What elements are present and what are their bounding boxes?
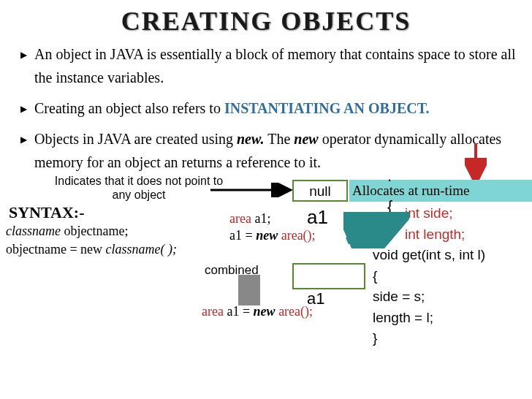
svg-line-3 xyxy=(347,218,402,241)
arrow-left-black-icon xyxy=(205,183,292,197)
syntax-objectname: objectname; xyxy=(61,224,128,238)
null-box: null xyxy=(292,180,348,202)
bullet-pre: Creating an object also refers to xyxy=(34,100,224,116)
bullet-list: ▶ An object in JAVA is essentially a blo… xyxy=(0,39,532,174)
arrow-down-red-icon xyxy=(465,143,487,180)
alloc-strip: Allocates at run-time xyxy=(349,180,532,202)
code-new: new xyxy=(254,304,279,319)
code-assign: a1 = xyxy=(229,228,256,243)
bullet-text: Objects in JAVA are created using new. T… xyxy=(34,127,519,174)
code-brace: { xyxy=(373,266,485,287)
code-stmt: length = l; xyxy=(373,308,485,329)
brace-dot: . xyxy=(387,167,392,186)
code-field: int length; xyxy=(405,227,465,242)
code-var: a1 = xyxy=(224,304,254,319)
syntax-body: classname objectname; objectname = new c… xyxy=(6,222,177,259)
syntax-classname: classname( ); xyxy=(106,242,177,256)
bullet-marker-icon: ▶ xyxy=(20,133,27,174)
code-var: a1; xyxy=(251,211,271,226)
bullet-highlight: INSTANTIATING AN OBJECT. xyxy=(224,100,430,116)
code-declare: area a1; a1 = new area(); xyxy=(229,210,316,245)
arrow-teal-icon xyxy=(343,212,409,248)
bullet-item: ▶ Creating an object also refers to INST… xyxy=(20,96,519,120)
page-title: CREATING OBJECTS xyxy=(0,0,532,39)
code-new: new xyxy=(256,228,281,243)
arrow-down-gray-icon xyxy=(238,275,260,305)
code-type: area xyxy=(229,211,251,226)
bullet-item: ▶ Objects in JAVA are created using new.… xyxy=(20,127,519,174)
code-field: int side; xyxy=(405,205,452,221)
code-brace: } xyxy=(373,328,485,349)
code-combined: area a1 = new area(); xyxy=(202,304,313,319)
code-ctor: area(); xyxy=(281,228,316,243)
syntax-line2a: objectname = new xyxy=(6,242,106,256)
code-stmt: side = s; xyxy=(373,286,485,308)
bullet-ital: new xyxy=(294,131,318,147)
code-ctor: area(); xyxy=(278,304,313,319)
bullet-text: Creating an object also refers to INSTAN… xyxy=(34,96,430,120)
bullet-item: ▶ An object in JAVA is essentially a blo… xyxy=(20,42,519,89)
code-type: area xyxy=(202,304,224,319)
syntax-label: SYNTAX:- xyxy=(9,203,84,222)
bullet-post: The xyxy=(265,131,294,147)
bullet-pre: Objects in JAVA are created using xyxy=(34,131,237,147)
empty-box xyxy=(292,263,365,289)
syntax-classname: classname xyxy=(6,224,61,238)
bullet-text: An object in JAVA is essentially a block… xyxy=(34,42,519,89)
bullet-marker-icon: ▶ xyxy=(20,102,27,120)
bullet-ital: new. xyxy=(237,131,265,147)
bullet-marker-icon: ▶ xyxy=(20,48,27,89)
